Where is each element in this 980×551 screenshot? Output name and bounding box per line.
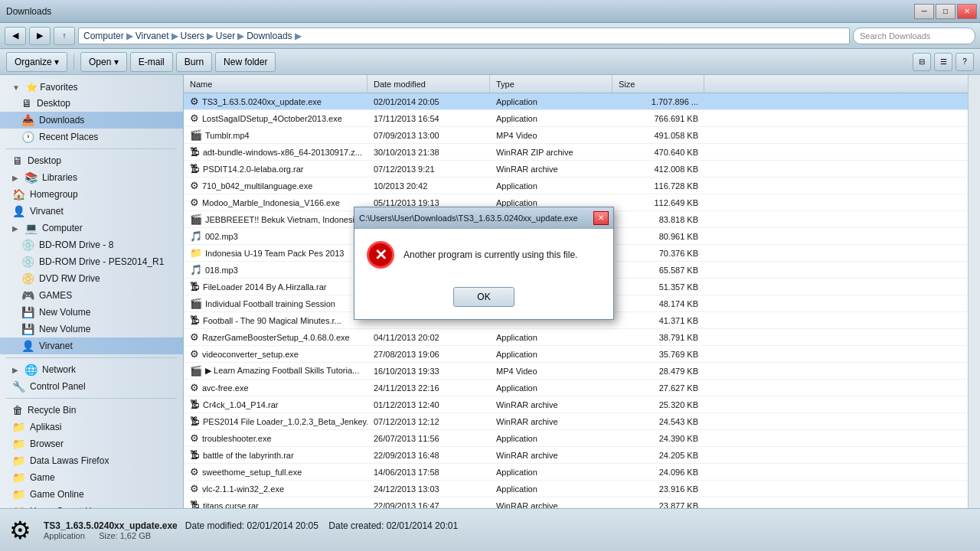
table-row[interactable]: ⚙videoconverter_setup.exe27/08/2013 19:0… xyxy=(184,346,968,363)
sidebar-item-bdrom1[interactable]: 💿 BD-ROM Drive - 8 xyxy=(0,236,183,253)
minimize-button[interactable]: ─ xyxy=(914,4,934,19)
view-details-button[interactable]: ⊟ xyxy=(913,53,931,71)
datalawas-icon: 📁 xyxy=(12,455,25,467)
table-row[interactable]: ⚙sweethome_setup_full.exe14/06/2013 17:5… xyxy=(184,464,968,481)
table-row[interactable]: 🗜battle of the labyrinth.rar22/09/2013 1… xyxy=(184,447,968,464)
breadcrumb[interactable]: Computer ▶ Virvanet ▶ Users ▶ User ▶ Dow… xyxy=(78,28,850,44)
table-row[interactable]: ⚙troubleshooter.exe26/07/2013 11:56Appli… xyxy=(184,430,968,447)
file-name-cell: 🎵018.mp3 xyxy=(184,264,368,276)
sidebar-item-desktop2[interactable]: 🖥 Desktop xyxy=(0,152,183,169)
table-row[interactable]: ⚙vlc-2.1.1-win32_2.exe24/12/2013 13:03Ap… xyxy=(184,481,968,497)
file-name-cell: ⚙LostSagaIDSetup_4October2013.exe xyxy=(184,112,368,124)
file-size-cell: 27.627 KB xyxy=(612,383,704,393)
sidebar-item-gameonline[interactable]: 📁 Game Online xyxy=(0,486,183,503)
search-box[interactable]: Search Downloads xyxy=(853,28,975,44)
sidebar-item-virvanet[interactable]: 👤 Virvanet xyxy=(0,203,183,220)
sidebar-item-dvd[interactable]: 📀 DVD RW Drive xyxy=(0,270,183,287)
view-list-button[interactable]: ☰ xyxy=(934,53,952,71)
breadcrumb-sep2: ▶ xyxy=(172,31,178,41)
sidebar-item-virvanet2[interactable]: 👤 Virvanet xyxy=(0,337,183,354)
table-row[interactable]: 🎬Tumblr.mp407/09/2013 13:00MP4 Video491.… xyxy=(184,127,968,144)
sidebar-item-recent[interactable]: 🕐 Recent Places xyxy=(0,129,183,145)
file-date-cell: 02/01/2014 20:05 xyxy=(368,97,490,106)
help-button[interactable]: ? xyxy=(956,53,974,71)
file-name-cell: 🗜PES2014 File Loader_1.0.2.3_Beta_Jenkey… xyxy=(184,416,368,427)
table-row[interactable]: ⚙710_b042_multilanguage.exe10/2013 20:42… xyxy=(184,178,968,194)
up-button[interactable]: ↑ xyxy=(54,27,75,45)
table-row[interactable]: ⚙RazerGameBoosterSetup_4.0.68.0.exe04/11… xyxy=(184,329,968,346)
sidebar-item-controlpanel[interactable]: 🔧 Control Panel xyxy=(0,378,183,395)
close-button[interactable]: ✕ xyxy=(957,4,977,19)
table-row[interactable]: ⚙avc-free.exe24/11/2013 22:16Application… xyxy=(184,380,968,396)
aplikasi-label: Aplikasi xyxy=(30,422,61,432)
dialog-title-bar: C:\Users\User\Downloads\TS3_1.63.5.0240x… xyxy=(354,207,613,229)
table-row[interactable]: ⚙TS3_1.63.5.0240xx_update.exe02/01/2014 … xyxy=(184,93,968,110)
forward-button[interactable]: ▶ xyxy=(29,27,51,45)
file-type-cell: Application xyxy=(490,97,612,106)
table-row[interactable]: ⚙LostSagaIDSetup_4October2013.exe17/11/2… xyxy=(184,110,968,127)
file-date-cell: 22/09/2013 16:47 xyxy=(368,501,490,509)
sidebar-item-game[interactable]: 📁 Game xyxy=(0,469,183,486)
table-row[interactable]: 🗜PSDIT14.2.0-lelaba.org.rar07/12/2013 9:… xyxy=(184,161,968,178)
sidebar-item-browser[interactable]: 📁 Browser xyxy=(0,435,183,452)
file-type-cell: WinRAR archive xyxy=(490,417,612,426)
sidebar-item-recyclebin[interactable]: 🗑 Recycle Bin xyxy=(0,402,183,419)
homesweethome-label: Home Sweet Home xyxy=(30,506,109,508)
sidebar-item-homesweethome[interactable]: 📁 Home Sweet Home xyxy=(0,503,183,508)
dialog-close-button[interactable]: ✕ xyxy=(593,211,609,225)
back-button[interactable]: ◀ xyxy=(5,27,26,45)
file-type-cell: MP4 Video xyxy=(490,131,612,140)
sidebar-item-datalawas[interactable]: 📁 Data Lawas Firefox xyxy=(0,452,183,469)
organize-button[interactable]: Organize ▾ xyxy=(6,52,67,72)
controlpanel-label: Control Panel xyxy=(30,381,86,392)
sidebar-divider1 xyxy=(6,148,177,149)
col-type-header[interactable]: Type xyxy=(490,75,612,93)
sidebar-item-downloads[interactable]: 📥 Downloads xyxy=(0,112,183,129)
error-icon: ✕ xyxy=(367,241,394,269)
sidebar-item-newvol2[interactable]: 💾 New Volume xyxy=(0,321,183,337)
file-size-cell: 24.205 KB xyxy=(612,451,704,460)
table-row[interactable]: 🗜PES2014 File Loader_1.0.2.3_Beta_Jenkey… xyxy=(184,413,968,430)
scrollbar[interactable] xyxy=(968,75,980,508)
sidebar-item-bdrom2[interactable]: 💿 BD-ROM Drive - PES2014_R1 xyxy=(0,253,183,270)
breadcrumb-sep: ▶ xyxy=(126,31,133,41)
game-label: Game xyxy=(30,472,55,483)
sidebar-item-network[interactable]: ▶ 🌐 Network xyxy=(0,361,183,378)
table-row[interactable]: 🗜adt-bundle-windows-x86_64-20130917.z...… xyxy=(184,144,968,161)
sidebar-item-favorites-header[interactable]: ▼ ⭐ Favorites xyxy=(0,80,183,95)
file-size-cell: 25.320 KB xyxy=(612,400,704,409)
sidebar-item-games[interactable]: 🎮 GAMES xyxy=(0,287,183,304)
file-type-cell: Application xyxy=(490,484,612,494)
table-row[interactable]: 🗜titans curse.rar22/09/2013 16:47WinRAR … xyxy=(184,497,968,508)
table-row[interactable]: 🗜Cr4ck_1.04_P14.rar01/12/2013 12:40WinRA… xyxy=(184,396,968,413)
maximize-button[interactable]: □ xyxy=(936,4,956,19)
col-size-header[interactable]: Size xyxy=(612,75,704,93)
status-bar: ⚙ TS3_1.63.5.0240xx_update.exe Date modi… xyxy=(0,508,980,551)
sidebar: ▼ ⭐ Favorites 🖥 Desktop 📥 Downloads 🕐 Re… xyxy=(0,75,184,508)
sidebar-item-computer[interactable]: ▶ 💻 Computer xyxy=(0,220,183,236)
burn-button[interactable]: Burn xyxy=(176,52,212,72)
email-button[interactable]: E-mail xyxy=(130,52,173,72)
breadcrumb-sep4: ▶ xyxy=(237,31,244,41)
open-button[interactable]: Open ▾ xyxy=(80,52,127,72)
dialog-ok-button[interactable]: OK xyxy=(453,287,514,307)
file-type-cell: MP4 Video xyxy=(490,367,612,376)
sidebar-item-libraries[interactable]: ▶ 📚 Libraries xyxy=(0,169,183,186)
file-type-cell: Application xyxy=(490,114,612,123)
table-row[interactable]: 🎬▶ Learn Amazing Football Skills Tutoria… xyxy=(184,363,968,380)
file-name-cell: ⚙videoconverter_setup.exe xyxy=(184,348,368,360)
new-folder-button[interactable]: New folder xyxy=(215,52,276,72)
sidebar-item-newvol1[interactable]: 💾 New Volume xyxy=(0,304,183,321)
file-type-icon: ⚙ xyxy=(190,180,199,191)
file-size-cell: 23.916 KB xyxy=(612,484,704,494)
file-type-icon: 🎬 xyxy=(190,298,202,309)
file-name-cell: 📁Indonesia U-19 Team Pack Pes 2013 xyxy=(184,247,368,259)
col-name-header[interactable]: Name xyxy=(184,75,368,93)
col-date-header[interactable]: Date modified xyxy=(368,75,490,93)
sidebar-item-aplikasi[interactable]: 📁 Aplikasi xyxy=(0,419,183,435)
game-icon: 📁 xyxy=(12,471,25,484)
sidebar-item-homegroup[interactable]: 🏠 Homegroup xyxy=(0,186,183,203)
virvanet-label: Virvanet xyxy=(30,206,64,217)
file-name-cell: 🎬Individual Football training Session xyxy=(184,298,368,309)
sidebar-item-desktop[interactable]: 🖥 Desktop xyxy=(0,95,183,112)
